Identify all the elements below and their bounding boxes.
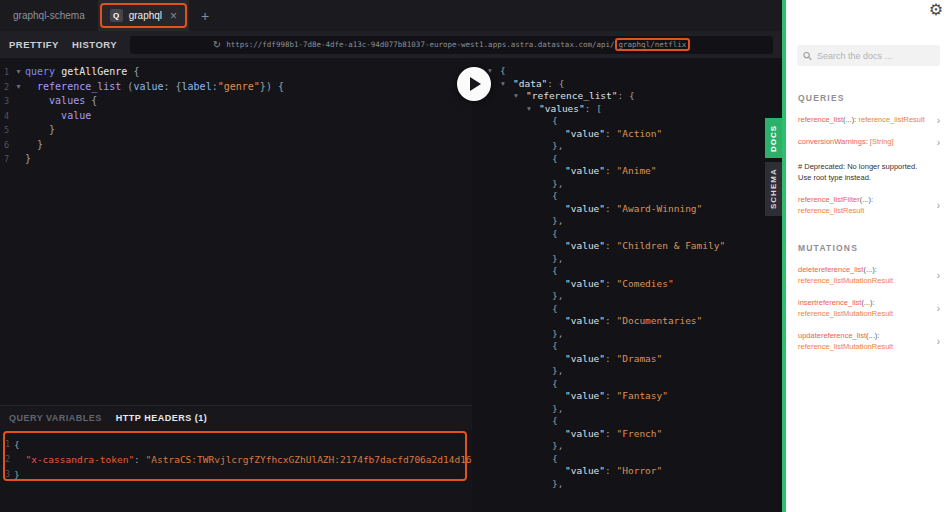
response-line: { (488, 340, 782, 353)
toolbar: PRETTIFY HISTORY ↻ https://fdf998b1-7d8e… (0, 31, 782, 58)
query-line: 4 value (0, 109, 472, 124)
graphql-playground: graphql-schema Q graphql × + PRETTIFY HI… (0, 0, 950, 512)
response-line: ▾{ (488, 65, 782, 78)
annotation-highlight-url: graphql/netflix (615, 38, 691, 51)
response-line: "value": "French" (488, 428, 782, 441)
response-line: ▾"data": { (488, 78, 782, 91)
response-line: }, (488, 328, 782, 341)
response-lines: ▾{▾"data": {▾"reference_list": {▾"values… (488, 65, 782, 490)
docs-entry[interactable]: reference_list(...): reference_listResul… (798, 114, 940, 125)
headers-editor-lines: 1{2 "x-cassandra-token": "AstraCS:TWRvjl… (0, 437, 472, 482)
docs-section-title: MUTATIONS (798, 243, 940, 253)
workspace: 1▾query getAllGenre {2▾ reference_list (… (0, 58, 782, 512)
docs-tab-label: DOCS (769, 124, 778, 151)
docs-search-input[interactable] (817, 51, 934, 61)
tab-label: graphql-schema (13, 10, 85, 21)
response-line: { (488, 190, 782, 203)
docs-tab[interactable]: DOCS (765, 118, 782, 158)
response-line: "value": "Children & Family" (488, 240, 782, 253)
docs-entry[interactable]: conversionWarnings: [String]› (798, 136, 940, 147)
response-line: { (488, 415, 782, 428)
new-tab-button[interactable]: + (189, 0, 221, 31)
header-line: 1{ (0, 437, 472, 452)
response-line: { (488, 115, 782, 128)
response-line: "value": "Anime" (488, 165, 782, 178)
response-line: "value": "Dramas" (488, 353, 782, 366)
docs-entry[interactable]: deletereference_list(...):reference_list… (798, 264, 940, 286)
docs-section-title: QUERIES (798, 93, 940, 103)
history-button[interactable]: HISTORY (72, 39, 117, 50)
header-line: 2 "x-cassandra-token": "AstraCS:TWRvjlcr… (0, 452, 472, 467)
url-highlight-text: graphql/netflix (619, 40, 687, 49)
tab-bar: graphql-schema Q graphql × + (0, 0, 782, 31)
response-line: "value": "Action" (488, 128, 782, 141)
chevron-right-icon: › (937, 270, 940, 281)
docs-panel: ⚙ QUERIESreference_list(...): reference_… (786, 0, 950, 512)
response-line: }, (488, 403, 782, 416)
query-line: 7} (0, 152, 472, 167)
response-line: }, (488, 290, 782, 303)
response-line: { (488, 453, 782, 466)
reload-icon[interactable]: ↻ (213, 39, 221, 50)
query-line: 6 } (0, 138, 472, 153)
docs-search[interactable] (797, 45, 940, 66)
schema-tab-label: SCHEMA (769, 169, 778, 210)
execute-query-button[interactable] (457, 67, 491, 101)
docs-entry[interactable]: reference_listFilter(...):reference_list… (798, 194, 940, 216)
response-line: }, (488, 365, 782, 378)
headers-panel-tabs: QUERY VARIABLES HTTP HEADERS (1) (0, 406, 472, 430)
response-line: { (488, 153, 782, 166)
chevron-right-icon: › (937, 336, 940, 347)
headers-editor[interactable]: 1{2 "x-cassandra-token": "AstraCS:TWRvjl… (0, 430, 472, 512)
query-variables-tab[interactable]: QUERY VARIABLES (9, 413, 102, 423)
close-tab-icon[interactable]: × (170, 9, 177, 23)
response-line: "value": "Documentaries" (488, 315, 782, 328)
query-line: 1▾query getAllGenre { (0, 65, 472, 80)
response-line: }, (488, 215, 782, 228)
prettify-button[interactable]: PRETTIFY (9, 39, 59, 50)
headers-panel: QUERY VARIABLES HTTP HEADERS (1) 1{2 "x-… (0, 405, 472, 512)
query-line: 2▾ reference_list (value: {label:"genre"… (0, 80, 472, 95)
play-icon (470, 77, 481, 91)
chevron-right-icon: › (937, 200, 940, 211)
response-line: "value": "Horror" (488, 465, 782, 478)
response-line: "value": "Fantasy" (488, 390, 782, 403)
response-line: }, (488, 178, 782, 191)
settings-gear-icon[interactable]: ⚙ (929, 2, 943, 18)
response-line: { (488, 265, 782, 278)
header-line: 3} (0, 467, 472, 482)
response-line: ▾"values": [ (488, 103, 782, 116)
response-pane: ▾{▾"data": {▾"reference_list": {▾"values… (472, 58, 782, 512)
url-prefix: https://fdf998b1-7d8e-4dfe-a13c-94d077b8… (226, 40, 614, 49)
endpoint-url: https://fdf998b1-7d8e-4dfe-a13c-94d077b8… (226, 40, 690, 49)
docs-deprecated-comment: # Deprecated: No longer supported.Use ro… (798, 161, 940, 183)
response-line: "value": "Award-Winning" (488, 203, 782, 216)
endpoint-url-input[interactable]: ↻ https://fdf998b1-7d8e-4dfe-a13c-94d077… (130, 36, 773, 54)
response-line: { (488, 228, 782, 241)
chevron-right-icon: › (937, 114, 940, 125)
response-line: { (488, 378, 782, 391)
tab-label: graphql (129, 10, 162, 21)
tab-graphql[interactable]: Q graphql × (98, 0, 189, 31)
query-line: 3 values { (0, 94, 472, 109)
schema-tab[interactable]: SCHEMA (765, 162, 782, 216)
query-badge: Q (110, 9, 123, 22)
response-line: }, (488, 253, 782, 266)
response-line: "value": "Comedies" (488, 278, 782, 291)
response-line: }, (488, 478, 782, 491)
docs-entry[interactable]: insertreference_list(...):reference_list… (798, 297, 940, 319)
chevron-right-icon: › (937, 303, 940, 314)
response-line: }, (488, 140, 782, 153)
query-editor-lines: 1▾query getAllGenre {2▾ reference_list (… (0, 65, 472, 167)
response-line: ▾"reference_list": { (488, 90, 782, 103)
http-headers-tab[interactable]: HTTP HEADERS (1) (116, 413, 207, 423)
chevron-right-icon: › (937, 136, 940, 147)
docs-entry[interactable]: updatereference_list(...):reference_list… (798, 330, 940, 352)
search-icon (803, 51, 812, 61)
response-line: { (488, 303, 782, 316)
query-editor[interactable]: 1▾query getAllGenre {2▾ reference_list (… (0, 58, 472, 512)
tab-graphql-schema[interactable]: graphql-schema (0, 0, 98, 31)
query-line: 5 } (0, 123, 472, 138)
docs-sections: QUERIESreference_list(...): reference_li… (786, 93, 950, 352)
playground-region: graphql-schema Q graphql × + PRETTIFY HI… (0, 0, 782, 512)
